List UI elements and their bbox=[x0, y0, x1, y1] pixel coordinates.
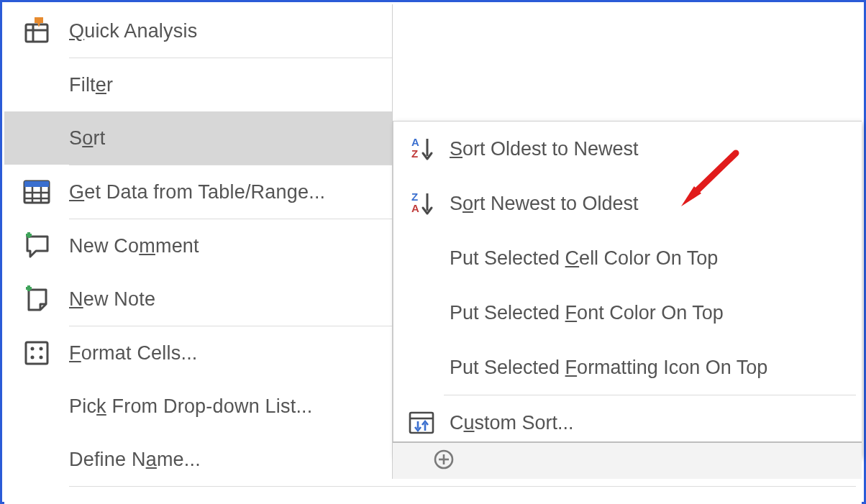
svg-text:A: A bbox=[411, 202, 419, 214]
cell-color-top-item[interactable]: Put Selected Cell Color On Top bbox=[393, 231, 862, 285]
svg-rect-0 bbox=[26, 24, 47, 42]
custom-sort-icon bbox=[393, 408, 450, 437]
context-menu-frame: Quick Analysis Filter Sort bbox=[0, 0, 866, 504]
svg-text:Z: Z bbox=[411, 147, 418, 160]
svg-point-17 bbox=[40, 356, 43, 359]
svg-text:A: A bbox=[411, 136, 419, 148]
sort-descending-icon: Z A bbox=[393, 189, 450, 218]
quick-analysis-icon bbox=[4, 16, 69, 46]
svg-rect-13 bbox=[26, 342, 47, 364]
format-icon-top-item[interactable]: Put Selected Formatting Icon On Top bbox=[393, 340, 862, 395]
new-sheet-icon[interactable] bbox=[433, 449, 455, 473]
font-color-top-item[interactable]: Put Selected Font Color On Top bbox=[393, 285, 862, 340]
new-note-icon bbox=[4, 284, 69, 314]
sort-submenu: A Z Sort Oldest to Newest Z A bbox=[393, 121, 862, 457]
svg-rect-24 bbox=[410, 413, 433, 433]
sort-newest-oldest-item[interactable]: Z A Sort Newest to Oldest bbox=[393, 176, 862, 231]
sort-ascending-icon: A Z bbox=[393, 134, 450, 163]
sort-oldest-newest-label: Sort Oldest to Newest bbox=[450, 138, 862, 160]
sheet-tab-strip[interactable] bbox=[393, 441, 862, 479]
new-comment-icon bbox=[4, 231, 69, 261]
format-icon-top-label: Put Selected Formatting Icon On Top bbox=[450, 357, 862, 379]
svg-rect-4 bbox=[24, 181, 49, 187]
svg-point-15 bbox=[40, 347, 43, 351]
table-icon bbox=[4, 177, 69, 207]
format-cells-icon bbox=[4, 338, 69, 368]
font-color-top-label: Put Selected Font Color On Top bbox=[450, 302, 862, 324]
custom-sort-label: Custom Sort... bbox=[450, 412, 862, 434]
svg-text:Z: Z bbox=[411, 191, 418, 203]
svg-point-14 bbox=[31, 347, 35, 351]
sort-newest-oldest-label: Sort Newest to Oldest bbox=[450, 193, 862, 215]
cell-color-top-label: Put Selected Cell Color On Top bbox=[450, 247, 862, 270]
worksheet-area: A Z Sort Oldest to Newest Z A bbox=[392, 4, 862, 479]
sort-oldest-newest-item[interactable]: A Z Sort Oldest to Newest bbox=[393, 122, 862, 176]
svg-point-16 bbox=[31, 356, 35, 359]
